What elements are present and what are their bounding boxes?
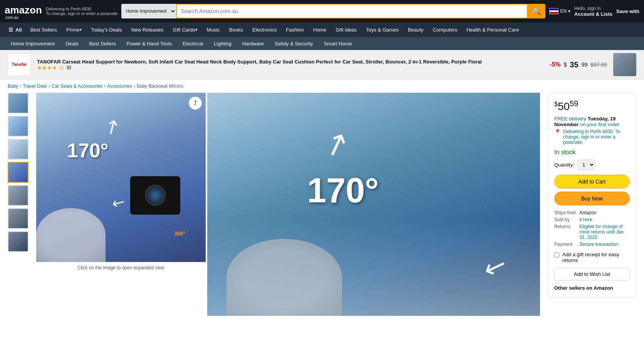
camera-lens <box>145 185 166 206</box>
currency-symbol: $ <box>564 62 567 68</box>
degree-label-left: 170° <box>67 139 109 162</box>
thumbnail-3[interactable] <box>8 139 29 160</box>
pillow-shape <box>36 208 106 262</box>
thumbnail-5[interactable] <box>8 185 29 206</box>
add-to-wish-list-button[interactable]: Add to Wish List <box>554 268 630 280</box>
quantity-select[interactable]: 1 <box>577 160 595 170</box>
subnav-lighting[interactable]: Lighting <box>209 38 236 49</box>
breadcrumb-travel-gear[interactable]: Travel Gear <box>23 83 47 89</box>
other-sellers-heading: Other sellers on Amazon <box>554 285 630 291</box>
add-to-cart-button[interactable]: Add to Cart <box>554 175 630 189</box>
share-icon: ⤴ <box>194 100 197 107</box>
half-star-icon: ½ <box>59 65 64 71</box>
subnav-best-sellers[interactable]: Best Sellers <box>84 38 120 49</box>
nav-home[interactable]: Home <box>309 22 331 37</box>
nav-electronics[interactable]: Electronics <box>248 22 282 37</box>
gift-receipt-option: Add a gift receipt for easy returns <box>554 252 630 263</box>
camera-body <box>130 176 180 215</box>
nav-todays-deals[interactable]: Today's Deals <box>86 22 127 37</box>
breadcrumb-car-seats[interactable]: Car Seats & Accessories <box>52 83 102 89</box>
promo-image <box>613 53 636 76</box>
main-image-container[interactable]: ↗ 170° 360° ↙ ⤴ <box>36 93 206 262</box>
nav-beauty[interactable]: Beauty <box>403 22 428 37</box>
language-selector[interactable]: EN ▾ <box>549 8 570 14</box>
nav-fashion[interactable]: Fashion <box>282 22 309 37</box>
subnav-power-tools[interactable]: Power & Hand Tools <box>122 38 177 49</box>
price-new: 35 <box>570 60 578 69</box>
subnav-safety[interactable]: Safety & Security <box>270 38 318 49</box>
search-category-select[interactable]: Home Improvement <box>121 4 176 18</box>
search-icon: 🔍 <box>532 7 541 15</box>
search-button[interactable]: 🔍 <box>528 4 545 18</box>
thumbnail-7[interactable] <box>8 231 29 252</box>
brand-logo-text: Tanofar <box>12 62 27 67</box>
discount-badge: -5% <box>550 61 560 68</box>
subnav-smart-home[interactable]: Smart Home <box>319 38 357 49</box>
breadcrumb-sep2: › <box>49 83 50 89</box>
payment-value[interactable]: Secure transaction <box>579 242 630 247</box>
share-button[interactable]: ⤴ <box>189 97 202 110</box>
product-image-area: ↗ 170° 360° ↙ ⤴ Click on the i <box>36 93 540 316</box>
brand-logo: Tanofar <box>8 53 31 76</box>
thumbnail-6[interactable] <box>8 208 29 229</box>
hamburger-menu[interactable]: ☰ All <box>5 24 26 36</box>
degree-360-label: 360° <box>174 230 185 237</box>
returns-value: Eligible for change of mind returns unti… <box>579 224 630 240</box>
review-count: 30 <box>66 65 71 70</box>
nav-new-releases[interactable]: New Releases <box>126 22 168 37</box>
nav-health[interactable]: Health & Personal Care <box>462 22 524 37</box>
thumbnail-4[interactable] <box>8 162 29 183</box>
nav-best-sellers[interactable]: Best Sellers <box>26 22 62 37</box>
nav-books[interactable]: Books <box>225 22 248 37</box>
flag-icon <box>549 8 558 14</box>
arrow-icon: ↗ <box>99 113 124 140</box>
free-delivery-info: FREE delivery Tuesday, 19 November on yo… <box>554 116 630 127</box>
right-pillow <box>226 239 342 316</box>
price-cents: 99 <box>582 62 588 68</box>
right-product-image[interactable]: 170° ↗ ↙ <box>207 93 540 316</box>
right-arrow-icon: ↗ <box>319 123 355 165</box>
thumbnail-1[interactable] <box>8 93 29 113</box>
subnav-electrical[interactable]: Electrical <box>178 38 208 49</box>
breadcrumb-sep3: › <box>104 83 106 89</box>
price-dollars: 50 <box>558 100 570 112</box>
nav-prime[interactable]: Prime <box>62 22 86 37</box>
breadcrumb-accessories[interactable]: Accessories <box>107 83 132 89</box>
returns-label: Returns <box>554 224 576 240</box>
price-currency: $ <box>554 101 558 107</box>
promo-rating: ★★★★½ 30 <box>37 65 543 71</box>
nav-music[interactable]: Music <box>202 22 225 37</box>
promo-brand[interactable]: Tanofar <box>8 53 31 76</box>
subnav-home-improvement[interactable]: Home Improvement <box>6 38 59 49</box>
nav-gift-ideas[interactable]: Gift ideas <box>331 22 361 37</box>
promo-title: TANOFAR Carseat Head Support for Newborn… <box>37 59 543 65</box>
sold-by-value[interactable]: it here <box>579 217 630 222</box>
main-product-image: ↗ 170° 360° ↙ <box>36 93 206 262</box>
logo-smile: ˄ <box>30 9 34 18</box>
delivery-location[interactable]: Delivering to Perth 6830 To change, sign… <box>46 7 118 16</box>
arrow-down-icon: ↙ <box>109 192 129 214</box>
promo-price: -5% $ 35 99 $37.99 <box>550 60 607 69</box>
nav-toys-games[interactable]: Toys & Games <box>361 22 403 37</box>
subnav-hardware[interactable]: Hardware <box>238 38 268 49</box>
price-cents-main: 59 <box>570 99 578 108</box>
amazon-logo[interactable]: amazon .com.au ˄ <box>5 4 42 18</box>
subnav-deals[interactable]: Deals <box>61 38 83 49</box>
search-input[interactable] <box>176 4 528 18</box>
account-lists-label: Account & Lists <box>574 11 612 17</box>
nav-gift-cards[interactable]: Gift Cards <box>168 22 202 37</box>
account-menu[interactable]: Hello, sign in Account & Lists <box>574 6 612 17</box>
hamburger-icon: ☰ <box>8 27 13 33</box>
thumbnail-2[interactable] <box>8 116 29 137</box>
breadcrumb: Baby › Travel Gear › Car Seats & Accesso… <box>0 80 644 93</box>
lang-chevron: ▾ <box>568 8 570 14</box>
breadcrumb-baby[interactable]: Baby <box>8 83 18 89</box>
buy-now-button[interactable]: Buy Now <box>554 192 630 205</box>
payment-label: Payment <box>554 242 576 247</box>
main-content: ↗ 170° 360° ↙ ⤴ Click on the i <box>0 93 644 324</box>
gift-receipt-checkbox[interactable] <box>554 252 559 257</box>
nav-computers[interactable]: Computers <box>428 22 462 37</box>
account-greeting: Hello, sign in <box>574 6 612 11</box>
delivery-address-link[interactable]: 📍 Delivering to Perth 6830. To change, s… <box>554 129 630 145</box>
breadcrumb-current: Baby Backseat Mirrors <box>137 83 183 89</box>
